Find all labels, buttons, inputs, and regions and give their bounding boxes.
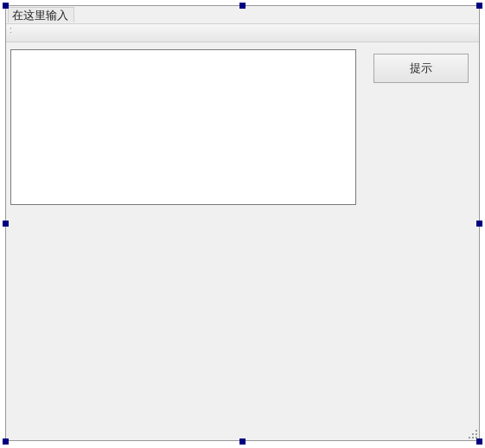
selection-handle-sw[interactable] [3, 438, 9, 445]
tab-title[interactable]: 在这里输入 [8, 7, 74, 22]
selection-handle-n[interactable] [239, 3, 246, 9]
selection-handle-nw[interactable] [3, 3, 9, 9]
hint-button[interactable]: 提示 [373, 54, 469, 83]
text-area[interactable] [10, 49, 356, 205]
selection-handle-ne[interactable] [476, 3, 482, 9]
form-designer-panel[interactable]: 在这里输入 : 提示 [5, 5, 480, 441]
selection-handle-se[interactable] [476, 438, 482, 445]
selection-handle-w[interactable] [3, 221, 9, 227]
selection-handle-e[interactable] [476, 221, 482, 227]
tab-strip: 在这里输入 [6, 6, 479, 23]
toolbar: : [6, 23, 479, 42]
toolbar-overflow-icon[interactable]: : [10, 27, 16, 39]
resize-grip-icon[interactable] [467, 428, 477, 438]
selection-handle-s[interactable] [239, 438, 246, 445]
